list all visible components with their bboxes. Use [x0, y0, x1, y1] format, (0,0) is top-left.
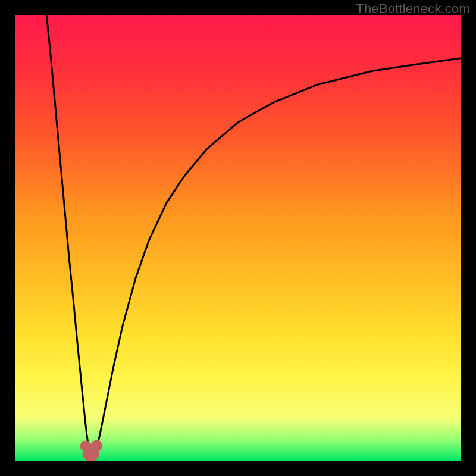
attribution-label: TheBottleneck.com	[356, 1, 470, 17]
min-marker-dot	[91, 440, 102, 452]
chart-svg	[15, 15, 461, 461]
chart-frame: TheBottleneck.com	[0, 0, 476, 476]
plot-area	[15, 15, 461, 461]
